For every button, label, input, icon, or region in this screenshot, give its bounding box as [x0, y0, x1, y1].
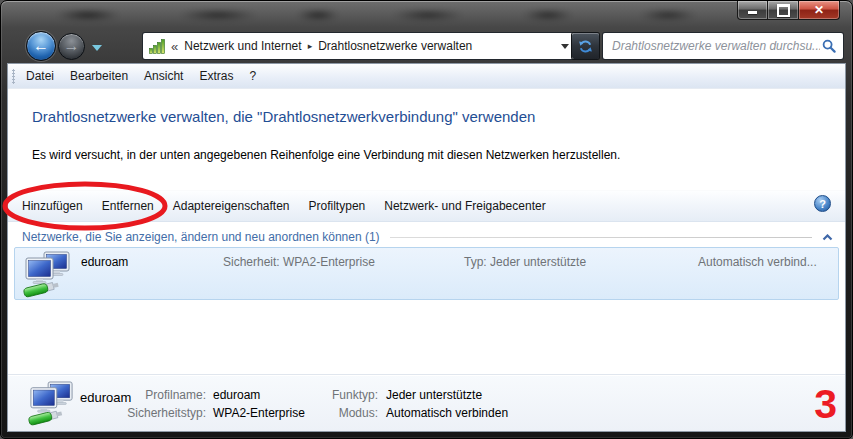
details-pane: eduroam Profilname: eduroam Sicherheitst… [8, 374, 845, 431]
breadcrumb-item-drahtlosnetzwerke-verwalten[interactable]: Drahtlosnetzwerke verwalten [318, 39, 472, 53]
network-name: eduroam [81, 255, 128, 269]
network-security: Sicherheit: WPA2-Enterprise [223, 255, 375, 269]
search-icon[interactable] [822, 39, 836, 53]
group-header-label: Netzwerke, die Sie anzeigen, ändern und … [22, 230, 380, 244]
address-dropdown-icon[interactable] [561, 44, 569, 49]
toolbar-hinzufuegen-button[interactable]: Hinzufügen [22, 199, 83, 213]
page-title: Drahtlosnetzwerke verwalten, die "Drahtl… [32, 108, 535, 125]
details-funktyp-value: Jeder unterstützte [386, 388, 482, 402]
minimize-icon [748, 11, 757, 14]
wireless-signal-icon [149, 39, 165, 54]
window-title-redacted [28, 7, 728, 22]
type-label: Typ: [464, 255, 487, 269]
toolbar-profiltypen-button[interactable]: Profiltypen [309, 199, 366, 213]
menu-bearbeiten[interactable]: Bearbeiten [70, 69, 128, 83]
client-area: Datei Bearbeiten Ansicht Extras ? Drahtl… [8, 64, 845, 431]
collapse-chevron-icon[interactable] [822, 234, 833, 241]
group-header: Netzwerke, die Sie anzeigen, ändern und … [22, 230, 837, 244]
help-icon: ? [819, 198, 826, 210]
manage-wireless-networks-window: ✕ ← → « Netzwerk und Internet ▸ Drahtlos… [0, 0, 853, 439]
close-button[interactable]: ✕ [799, 1, 840, 20]
search-box[interactable] [603, 33, 843, 59]
breadcrumb-item-netzwerk-und-internet[interactable]: Netzwerk und Internet [184, 39, 301, 53]
details-modus-label: Modus: [306, 406, 378, 420]
details-funktyp-label: Funktyp: [306, 388, 378, 402]
toolbar-netzwerk-freigabecenter-button[interactable]: Netzwerk- und Freigabecenter [384, 199, 545, 213]
menu-hilfe[interactable]: ? [249, 69, 256, 83]
details-profilname-label: Profilname: [120, 388, 206, 402]
forward-button[interactable]: → [58, 33, 85, 60]
type-value: Jeder unterstützte [490, 255, 586, 269]
menu-bar: Datei Bearbeiten Ansicht Extras ? [8, 64, 845, 89]
refresh-icon [578, 39, 593, 54]
group-header-rule [390, 237, 812, 238]
maximize-button[interactable] [768, 1, 799, 20]
network-mode: Automatisch verbind... [698, 255, 817, 269]
details-modus-value: Automatisch verbinden [386, 406, 508, 420]
command-toolbar: Hinzufügen Entfernen Adaptereigenschafte… [8, 190, 845, 222]
breadcrumb-separator-icon[interactable]: ▸ [308, 41, 313, 51]
toolbar-adaptereigenschaften-button[interactable]: Adaptereigenschaften [173, 199, 290, 213]
back-arrow-icon: ← [33, 38, 49, 54]
back-button[interactable]: ← [26, 31, 56, 61]
network-list-item-eduroam[interactable]: eduroam Sicherheit: WPA2-Enterprise Typ:… [14, 247, 839, 300]
security-label: Sicherheit: [223, 255, 280, 269]
security-value: WPA2-Enterprise [283, 255, 375, 269]
toolbar-entfernen-button[interactable]: Entfernen [102, 199, 154, 213]
close-icon: ✕ [814, 3, 824, 17]
menu-extras[interactable]: Extras [199, 69, 233, 83]
breadcrumb-overflow-icon[interactable]: « [171, 39, 178, 54]
details-sicherheitstyp-value: WPA2-Enterprise [213, 406, 305, 420]
network-profile-icon [23, 251, 71, 299]
details-profilname-value: eduroam [213, 388, 260, 402]
help-button[interactable]: ? [814, 195, 831, 212]
recent-pages-dropdown[interactable] [92, 45, 102, 51]
page-subtitle: Es wird versucht, in der unten angegeben… [32, 148, 620, 162]
caption-buttons: ✕ [737, 1, 840, 20]
forward-arrow-icon: → [64, 38, 80, 54]
search-input[interactable] [610, 38, 822, 54]
network-type: Typ: Jeder unterstützte [464, 255, 586, 269]
annotation-number: 3 [814, 384, 837, 425]
minimize-button[interactable] [737, 1, 768, 20]
address-bar[interactable]: « Netzwerk und Internet ▸ Drahtlosnetzwe… [143, 33, 577, 59]
details-sicherheitstyp-label: Sicherheitstyp: [118, 406, 206, 420]
menu-ansicht[interactable]: Ansicht [144, 69, 183, 83]
menu-datei[interactable]: Datei [26, 69, 54, 83]
network-profile-icon [28, 381, 74, 427]
refresh-button[interactable] [572, 33, 599, 59]
maximize-icon [777, 4, 790, 17]
menubar-grip [12, 69, 15, 84]
